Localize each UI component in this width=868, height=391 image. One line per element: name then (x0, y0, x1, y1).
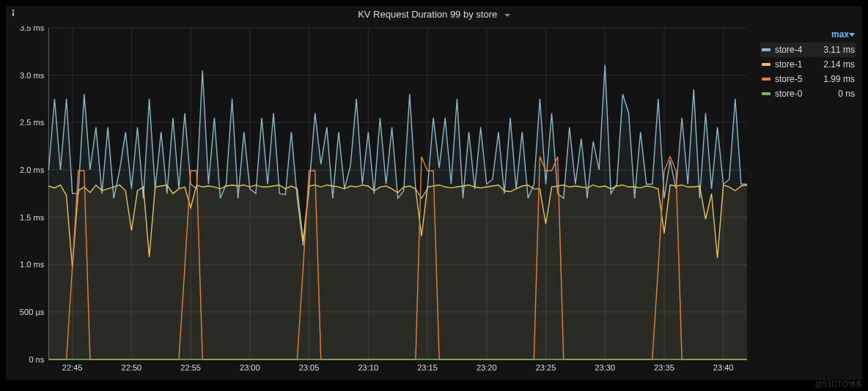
legend-label: store-1 (775, 59, 819, 70)
legend-label: store-5 (775, 74, 819, 84)
svg-text:22:45: 22:45 (62, 363, 83, 372)
svg-text:1.5 ms: 1.5 ms (20, 213, 45, 222)
svg-text:3.0 ms: 3.0 ms (20, 71, 45, 80)
svg-text:22:55: 22:55 (180, 363, 201, 372)
panel-content: 0 ns500 µs1.0 ms1.5 ms2.0 ms2.5 ms3.0 ms… (12, 26, 856, 376)
legend-item[interactable]: store-1 2.14 ms (760, 57, 856, 72)
svg-text:23:30: 23:30 (595, 363, 615, 372)
plot-area[interactable]: 0 ns500 µs1.0 ms1.5 ms2.0 ms2.5 ms3.0 ms… (12, 26, 750, 376)
legend-swatch (762, 78, 770, 81)
svg-text:23:00: 23:00 (240, 363, 260, 372)
svg-text:2.5 ms: 2.5 ms (20, 118, 45, 127)
legend-sort-label: max (831, 29, 849, 40)
panel-title[interactable]: KV Request Duration 99 by store (6, 6, 862, 21)
svg-text:1.0 ms: 1.0 ms (20, 260, 45, 269)
svg-text:22:50: 22:50 (122, 363, 142, 372)
legend-value: 1.99 ms (823, 74, 855, 84)
panel-title-text: KV Request Duration 99 by store (358, 9, 497, 20)
svg-text:23:40: 23:40 (713, 363, 734, 372)
svg-text:2.0 ms: 2.0 ms (20, 165, 45, 174)
legend-item[interactable]: store-0 0 ns (760, 86, 856, 101)
svg-text:23:15: 23:15 (417, 363, 438, 372)
legend-item[interactable]: store-5 1.99 ms (760, 72, 856, 86)
svg-text:23:05: 23:05 (299, 363, 320, 372)
sort-caret-icon (849, 33, 855, 37)
svg-text:500 µs: 500 µs (20, 308, 45, 316)
svg-text:23:20: 23:20 (477, 363, 497, 372)
chart-panel: KV Request Duration 99 by store 0 ns500 … (6, 6, 862, 380)
svg-text:23:25: 23:25 (536, 363, 556, 372)
legend-item[interactable]: store-4 3.11 ms (760, 42, 856, 57)
info-icon[interactable] (8, 8, 18, 18)
legend-swatch (762, 92, 770, 95)
legend-sort-header[interactable]: max (760, 26, 856, 42)
legend-value: 3.11 ms (823, 45, 855, 55)
legend-swatch (762, 48, 770, 51)
legend-swatch (762, 63, 770, 66)
legend-value: 0 ns (838, 89, 855, 99)
svg-rect-1 (12, 12, 14, 16)
svg-text:0 ns: 0 ns (29, 355, 44, 364)
legend-label: store-4 (775, 45, 819, 55)
svg-text:23:35: 23:35 (654, 363, 674, 372)
panel-menu-caret-icon (504, 14, 510, 17)
svg-text:23:10: 23:10 (358, 363, 378, 372)
legend-label: store-0 (775, 89, 834, 99)
legend-value: 2.14 ms (823, 59, 855, 70)
legend: max store-4 3.11 ms store-1 2.14 ms stor… (750, 26, 856, 376)
svg-point-0 (12, 10, 14, 11)
watermark: @51CTO博客 (815, 379, 864, 390)
svg-text:3.5 ms: 3.5 ms (20, 26, 45, 32)
